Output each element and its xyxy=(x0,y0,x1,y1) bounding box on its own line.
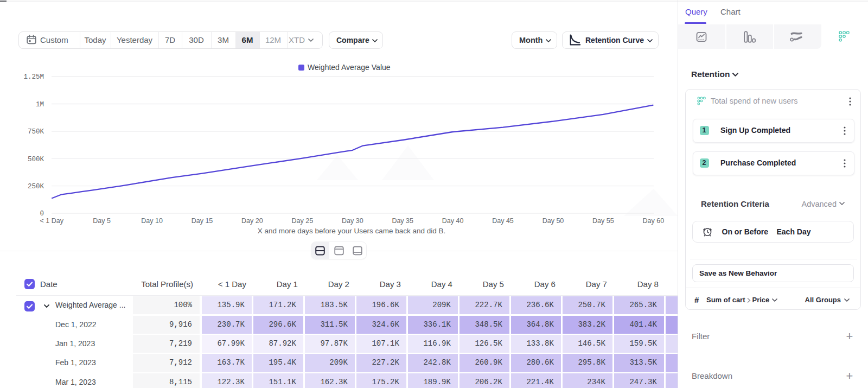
svg-text:Day 15: Day 15 xyxy=(192,217,213,225)
svg-text:Day 35: Day 35 xyxy=(392,217,413,225)
svg-text:< 1 Day: < 1 Day xyxy=(40,217,63,225)
svg-text:250K: 250K xyxy=(28,183,44,190)
svg-text:Day 5: Day 5 xyxy=(93,217,111,225)
svg-text:750K: 750K xyxy=(28,128,44,136)
svg-text:1.25M: 1.25M xyxy=(23,73,44,81)
svg-text:Day 30: Day 30 xyxy=(342,217,363,225)
svg-text:Day 40: Day 40 xyxy=(442,217,464,225)
svg-text:500K: 500K xyxy=(28,156,44,163)
svg-text:Day 45: Day 45 xyxy=(492,217,514,225)
svg-text:Day 20: Day 20 xyxy=(241,217,263,225)
svg-text:1M: 1M xyxy=(36,101,44,109)
svg-text:Day 50: Day 50 xyxy=(542,217,564,225)
svg-text:Day 60: Day 60 xyxy=(642,217,664,225)
svg-text:Day 10: Day 10 xyxy=(141,217,163,225)
svg-text:Day 55: Day 55 xyxy=(592,217,614,225)
svg-text:Day 25: Day 25 xyxy=(291,217,313,225)
